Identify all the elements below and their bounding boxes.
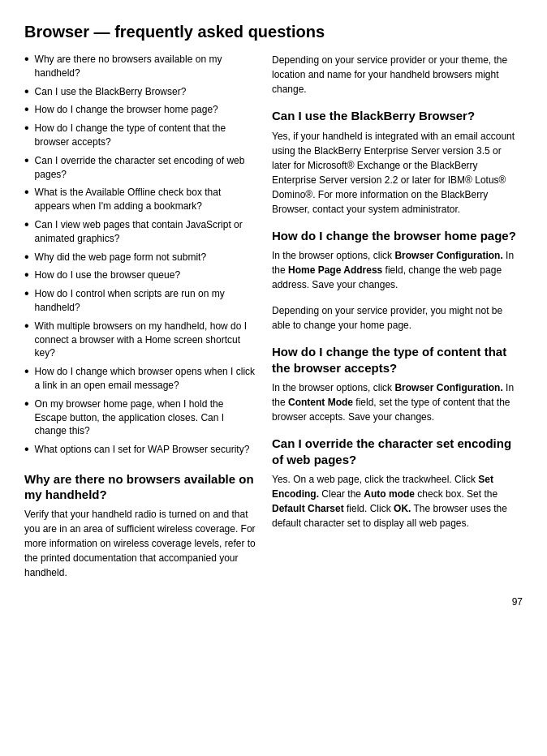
list-item: • Why did the web page form not submit?	[24, 251, 256, 264]
toc-item-text: Can I use the BlackBerry Browser?	[35, 85, 256, 99]
bullet-icon: •	[24, 217, 29, 232]
page-container: Browser — frequently asked questions • W…	[24, 23, 523, 608]
section-body-charset: Yes. On a web page, click the trackwheel…	[272, 472, 523, 530]
section-body-content-type: In the browser options, click Browser Co…	[272, 380, 523, 424]
bullet-icon: •	[24, 153, 29, 168]
bullet-icon: •	[24, 250, 29, 264]
section-heading-blackberry-browser: Can I use the BlackBerry Browser?	[272, 108, 523, 124]
section-body-home-page-1: In the browser options, click Browser Co…	[272, 248, 523, 292]
section-body-blackberry-browser: Yes, if your handheld is integrated with…	[272, 129, 523, 217]
bullet-icon: •	[24, 185, 29, 200]
toc-item-text: What options can I set for WAP Browser s…	[35, 443, 256, 457]
list-item: • Can I use the BlackBerry Browser?	[24, 85, 256, 99]
list-item: • What options can I set for WAP Browser…	[24, 443, 256, 457]
list-item: • How do I use the browser queue?	[24, 268, 256, 282]
toc-item-text: What is the Available Offline check box …	[35, 186, 256, 213]
left-section-body-1: Verify that your handheld radio is turne…	[24, 507, 256, 580]
right-column: Depending on your service provider or yo…	[272, 53, 523, 588]
two-column-layout: • Why are there no browsers available on…	[24, 53, 523, 588]
toc-item-text: How do I change the browser home page?	[35, 103, 256, 117]
list-item: • Can I view web pages that contain Java…	[24, 218, 256, 246]
bullet-icon: •	[24, 319, 29, 333]
toc-item-text: With multiple browsers on my handheld, h…	[35, 320, 256, 360]
toc-item-text: Can I view web pages that contain JavaSc…	[35, 218, 256, 246]
toc-item-text: How do I control when scripts are run on…	[35, 287, 256, 315]
bullet-icon: •	[24, 84, 29, 99]
toc-item-text: How do I change the type of content that…	[35, 122, 256, 149]
list-item: • Can I override the character set encod…	[24, 154, 256, 182]
bullet-icon: •	[24, 286, 29, 301]
list-item: • What is the Available Offline check bo…	[24, 186, 256, 213]
bullet-icon: •	[24, 102, 29, 117]
toc-item-text: On my browser home page, when I hold the…	[35, 397, 256, 438]
bullet-icon: •	[24, 364, 29, 379]
section-body-home-page-2: Depending on your service provider, you …	[272, 303, 523, 333]
left-column: • Why are there no browsers available on…	[24, 53, 256, 588]
list-item: • How do I change the type of content th…	[24, 122, 256, 149]
left-section-heading-1: Why are there no browsers available on m…	[24, 471, 256, 503]
page-title: Browser — frequently asked questions	[24, 23, 523, 41]
list-item: • Why are there no browsers available on…	[24, 53, 256, 80]
list-item: • On my browser home page, when I hold t…	[24, 397, 256, 438]
bullet-icon: •	[24, 268, 29, 282]
toc-item-text: How do I use the browser queue?	[35, 268, 256, 282]
section-heading-content-type: How do I change the type of content that…	[272, 344, 523, 376]
toc-item-text: Why did the web page form not submit?	[35, 251, 256, 264]
toc-item-text: Why are there no browsers available on m…	[35, 53, 256, 80]
section-heading-home-page: How do I change the browser home page?	[272, 228, 523, 244]
list-item: • How do I change which browser opens wh…	[24, 365, 256, 393]
bullet-icon: •	[24, 52, 29, 67]
section-heading-charset: Can I override the character set encodin…	[272, 436, 523, 467]
page-number: 97	[24, 596, 523, 608]
list-item: • With multiple browsers on my handheld,…	[24, 320, 256, 360]
bullet-icon: •	[24, 442, 29, 457]
bullet-icon: •	[24, 121, 29, 135]
toc-item-text: How do I change which browser opens when…	[35, 365, 256, 393]
toc-list: • Why are there no browsers available on…	[24, 53, 256, 457]
list-item: • How do I change the browser home page?	[24, 103, 256, 117]
intro-text: Depending on your service provider or yo…	[272, 53, 523, 97]
bullet-icon: •	[24, 397, 29, 411]
toc-item-text: Can I override the character set encodin…	[35, 154, 256, 182]
list-item: • How do I control when scripts are run …	[24, 287, 256, 315]
